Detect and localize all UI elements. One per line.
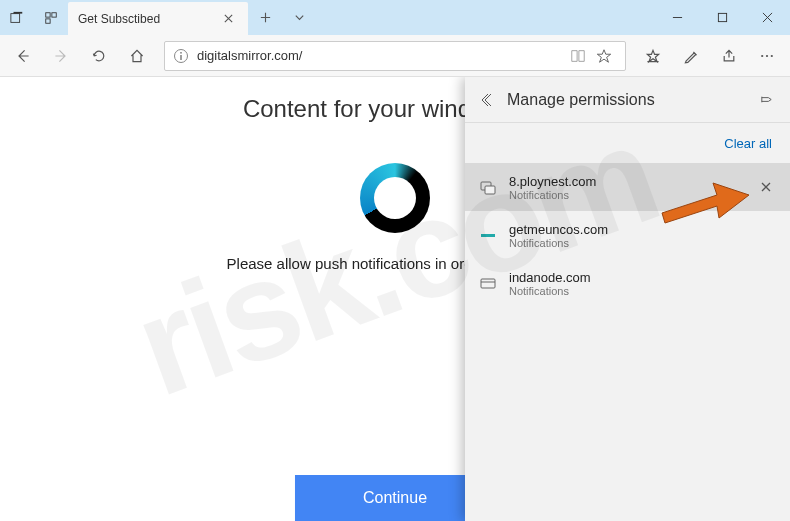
new-tab-button[interactable] — [248, 0, 282, 35]
spinner-icon — [360, 163, 430, 233]
favorites-button[interactable] — [636, 39, 670, 73]
settings-menu-button[interactable] — [750, 39, 784, 73]
svg-rect-2 — [46, 12, 50, 16]
toolbar — [0, 35, 790, 77]
panel-header: Manage permissions — [465, 77, 790, 123]
svg-rect-8 — [180, 52, 182, 54]
svg-rect-13 — [485, 186, 495, 194]
svg-rect-14 — [481, 234, 495, 237]
tabs-list-button[interactable] — [34, 0, 68, 35]
permission-label: Notifications — [509, 237, 778, 249]
panel-pin-button[interactable] — [752, 92, 780, 107]
svg-point-11 — [771, 54, 773, 56]
svg-rect-0 — [11, 13, 20, 22]
favorite-icon[interactable] — [591, 48, 617, 64]
permission-remove-button[interactable] — [754, 175, 778, 199]
content-area: Content for your windows 10 Please allow… — [0, 77, 790, 521]
tab-close-button[interactable] — [218, 13, 238, 24]
browser-tab[interactable]: Get Subsctibed — [68, 2, 248, 35]
home-button[interactable] — [120, 39, 154, 73]
url-input[interactable] — [197, 48, 565, 63]
panel-subheader: Clear all — [465, 123, 790, 163]
refresh-button[interactable] — [82, 39, 116, 73]
site-icon — [477, 176, 499, 198]
permission-label: Notifications — [509, 285, 778, 297]
address-bar[interactable] — [164, 41, 626, 71]
permissions-panel: Manage permissions Clear all 8.ploynest.… — [465, 77, 790, 521]
minimize-button[interactable] — [655, 0, 700, 35]
annotation-arrow-icon — [657, 173, 752, 232]
permission-domain: indanode.com — [509, 270, 778, 285]
panel-title: Manage permissions — [503, 91, 752, 109]
forward-button[interactable] — [44, 39, 78, 73]
site-icon — [477, 272, 499, 294]
tab-menu-button[interactable] — [282, 0, 316, 35]
svg-rect-3 — [52, 12, 56, 16]
svg-rect-7 — [180, 55, 182, 60]
permission-item[interactable]: indanode.com Notifications — [465, 259, 790, 307]
svg-rect-5 — [718, 13, 726, 21]
site-icon — [477, 224, 499, 246]
titlebar: Get Subsctibed — [0, 0, 790, 35]
maximize-button[interactable] — [700, 0, 745, 35]
tabs-aside-button[interactable] — [0, 0, 34, 35]
svg-point-9 — [761, 54, 763, 56]
reading-view-icon[interactable] — [565, 48, 591, 64]
share-button[interactable] — [712, 39, 746, 73]
site-info-icon[interactable] — [173, 48, 189, 64]
tab-title: Get Subsctibed — [78, 12, 218, 26]
svg-rect-1 — [14, 11, 23, 13]
clear-all-button[interactable]: Clear all — [724, 136, 772, 151]
svg-rect-15 — [481, 279, 495, 288]
svg-rect-4 — [46, 18, 50, 22]
notes-button[interactable] — [674, 39, 708, 73]
panel-back-button[interactable] — [475, 92, 503, 108]
back-button[interactable] — [6, 39, 40, 73]
close-window-button[interactable] — [745, 0, 790, 35]
svg-point-10 — [766, 54, 768, 56]
